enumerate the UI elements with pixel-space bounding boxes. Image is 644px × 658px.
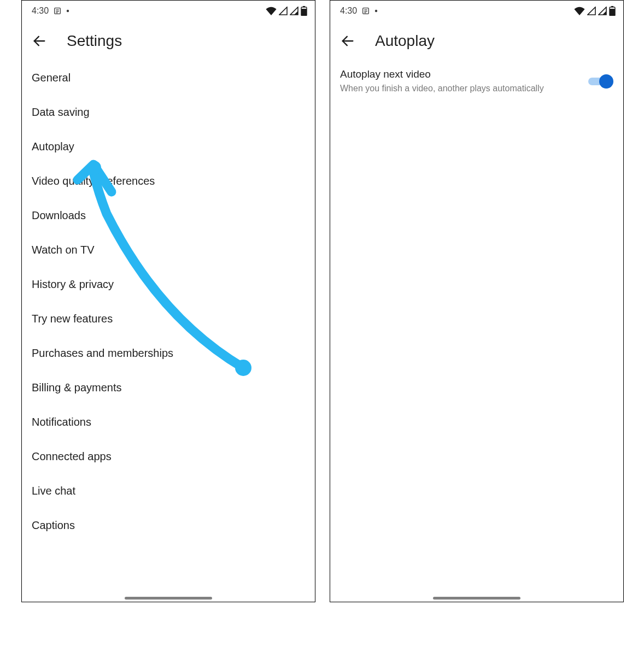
arrow-left-icon [340,33,355,49]
page-title: Settings [67,32,122,50]
autoplay-setting-title: Autoplay next video [340,68,578,80]
gesture-bar[interactable] [433,597,520,600]
settings-item-notifications[interactable]: Notifications [22,405,315,439]
arrow-left-icon [32,33,47,49]
battery-icon [609,6,616,16]
settings-item-watch-on-tv[interactable]: Watch on TV [22,233,315,267]
status-time: 4:30 [340,6,357,16]
autoplay-setting-row[interactable]: Autoplay next video When you finish a vi… [330,61,623,102]
signal2-icon [598,7,607,15]
app-bar: Settings [22,18,315,61]
settings-item-label: Try new features [32,313,113,325]
settings-item-purchases[interactable]: Purchases and memberships [22,336,315,371]
settings-item-label: Video quality preferences [32,175,155,187]
settings-item-captions[interactable]: Captions [22,508,315,543]
svg-rect-18 [610,9,615,16]
switch-thumb [599,74,613,89]
gesture-bar[interactable] [125,597,212,600]
settings-item-label: Connected apps [32,450,112,462]
status-bar: 4:30 [22,1,315,18]
settings-item-label: Autoplay [32,140,74,152]
settings-item-history-privacy[interactable]: History & privacy [22,267,315,302]
status-time: 4:30 [32,6,49,16]
page-title: Autoplay [375,32,435,50]
wifi-icon [574,7,585,15]
status-bar: 4:30 [330,1,623,18]
settings-item-label: Purchases and memberships [32,347,173,359]
settings-item-autoplay[interactable]: Autoplay [22,130,315,164]
settings-item-try-new-features[interactable]: Try new features [22,302,315,336]
settings-item-live-chat[interactable]: Live chat [22,474,315,508]
dot-icon [374,9,378,13]
settings-item-connected-apps[interactable]: Connected apps [22,439,315,474]
settings-item-label: Watch on TV [32,244,95,256]
autoplay-setting-text: Autoplay next video When you finish a vi… [340,68,578,95]
settings-item-billing[interactable]: Billing & payments [22,371,315,405]
settings-item-data-saving[interactable]: Data saving [22,95,315,130]
settings-item-downloads[interactable]: Downloads [22,198,315,233]
svg-point-4 [67,10,69,12]
phone-settings: 4:30 Settings [21,0,315,602]
phone-autoplay: 4:30 Autoplay [330,0,624,602]
back-button[interactable] [338,31,358,51]
back-button[interactable] [30,31,49,51]
app-bar: Autoplay [330,18,623,61]
settings-item-label: Downloads [32,209,86,221]
svg-rect-7 [301,9,307,16]
signal1-icon [587,7,596,15]
settings-item-label: Captions [32,519,75,531]
settings-item-label: History & privacy [32,278,114,290]
dot-icon [66,9,69,13]
settings-item-label: General [32,72,71,84]
news-icon [53,7,62,15]
settings-list: General Data saving Autoplay Video quali… [22,61,315,543]
wifi-icon [266,7,277,15]
news-icon [361,7,370,15]
settings-item-label: Live chat [32,485,75,497]
autoplay-setting-subtitle: When you finish a video, another plays a… [340,83,578,95]
svg-point-15 [375,10,377,12]
settings-item-label: Notifications [32,416,91,428]
settings-item-general[interactable]: General [22,61,315,95]
signal1-icon [279,7,288,15]
signal2-icon [290,7,298,15]
settings-item-label: Billing & payments [32,381,122,393]
battery-icon [301,6,307,16]
settings-item-video-quality[interactable]: Video quality preferences [22,164,315,198]
autoplay-toggle[interactable] [588,74,613,89]
settings-item-label: Data saving [32,106,90,118]
